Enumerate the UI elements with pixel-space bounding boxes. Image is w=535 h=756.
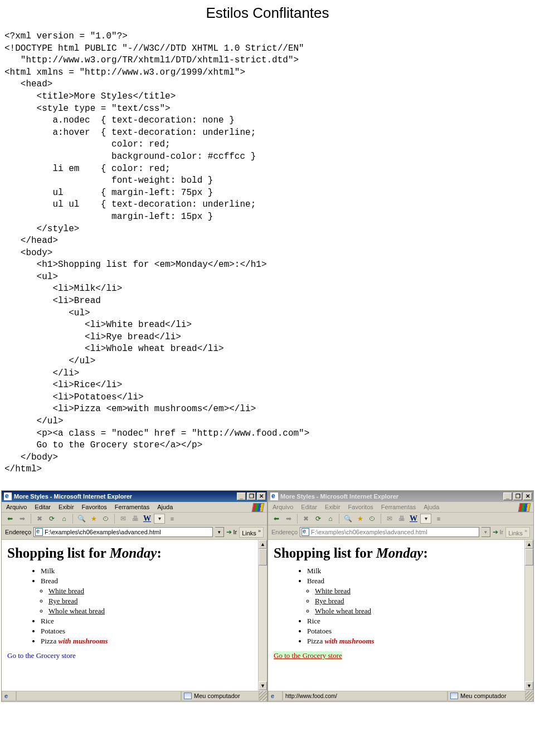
minimize-button[interactable]: _: [237, 492, 246, 500]
scroll-down-button[interactable]: ▼: [259, 681, 267, 690]
address-label: Endereço: [271, 529, 298, 535]
discuss-icon[interactable]: ≡: [434, 514, 444, 524]
address-dropdown[interactable]: ▾: [215, 527, 224, 537]
toolbar: ⬅ ➡ ✖ ⟳ ⌂ 🔍 ★ ⏲ ✉ 🖶 W ▾ ≡: [268, 513, 533, 525]
scrollbar[interactable]: ▲ ▼: [258, 540, 267, 690]
toolbar-dropdown[interactable]: ▾: [420, 514, 431, 524]
windows-flag-icon: [252, 503, 265, 512]
toolbar-dropdown[interactable]: ▾: [154, 514, 165, 524]
scroll-up-button[interactable]: ▲: [525, 540, 533, 549]
menu-ajuda[interactable]: Ajuda: [424, 504, 439, 510]
favorites-button[interactable]: ★: [355, 514, 365, 524]
rendered-page: Shopping list for Monday: Milk Bread Whi…: [274, 545, 528, 660]
stop-button[interactable]: ✖: [301, 514, 311, 524]
links-button[interactable]: Links »: [505, 527, 530, 538]
list-item: Rice: [307, 617, 528, 626]
menu-exibir[interactable]: Exibir: [325, 504, 341, 510]
scroll-thumb[interactable]: [259, 549, 267, 565]
toolbar: ⬅ ➡ ✖ ⟳ ⌂ 🔍 ★ ⏲ ✉ 🖶 W ▾ ≡: [2, 513, 267, 525]
menubar: Arquivo Editar Exibir Favoritos Ferramen…: [268, 502, 533, 513]
rendered-sublist: White bread Rye bread Whole wheat bread: [307, 587, 528, 616]
status-ie-icon: [268, 691, 283, 701]
maximize-button[interactable]: ❐: [247, 492, 256, 500]
scroll-up-button[interactable]: ▲: [259, 540, 267, 549]
stop-button[interactable]: ✖: [35, 514, 45, 524]
titlebar: More Styles - Microsoft Internet Explore…: [268, 491, 533, 502]
scroll-down-button[interactable]: ▼: [525, 681, 533, 690]
back-button[interactable]: ⬅: [5, 514, 15, 524]
menu-ajuda[interactable]: Ajuda: [157, 504, 173, 510]
search-button[interactable]: 🔍: [343, 514, 353, 524]
rendered-heading: Shopping list for Monday:: [7, 545, 261, 561]
history-button[interactable]: ⏲: [101, 514, 111, 524]
status-url: http://www.food.com/: [283, 691, 448, 701]
address-dropdown[interactable]: ▾: [481, 527, 490, 537]
discuss-icon[interactable]: ≡: [167, 514, 177, 524]
status-zone: Meu computador: [448, 691, 526, 701]
window-title: More Styles - Microsoft Internet Explore…: [280, 493, 398, 500]
grocery-link-hover[interactable]: Go to the Grocery store: [274, 651, 342, 660]
computer-icon: [184, 692, 192, 699]
refresh-button[interactable]: ⟳: [313, 514, 323, 524]
window-buttons: _ ❐ ✕: [503, 492, 532, 500]
resize-grip[interactable]: [526, 691, 533, 701]
list-item: Pizza with mushrooms: [41, 637, 261, 646]
go-arrow-icon: ➔: [493, 528, 498, 536]
word-icon[interactable]: W: [143, 514, 152, 524]
menu-arquivo[interactable]: Arquivo: [273, 504, 293, 510]
status-zone: Meu computador: [181, 691, 259, 701]
go-button[interactable]: ➔Ir: [226, 528, 237, 536]
menu-favoritos[interactable]: Favoritos: [82, 504, 107, 510]
list-item: Potatoes: [307, 627, 528, 636]
forward-button[interactable]: ➡: [284, 514, 294, 524]
browser-left: More Styles - Microsoft Internet Explore…: [1, 490, 268, 702]
close-button[interactable]: ✕: [257, 492, 266, 500]
content-area: Shopping list for Monday: Milk Bread Whi…: [268, 540, 533, 690]
home-button[interactable]: ⌂: [325, 514, 335, 524]
forward-button[interactable]: ➡: [17, 514, 27, 524]
print-button[interactable]: 🖶: [130, 514, 140, 524]
menu-exibir[interactable]: Exibir: [59, 504, 74, 510]
print-button[interactable]: 🖶: [397, 514, 407, 524]
code-listing: <?xml version = "1.0"?> <!DOCTYPE html P…: [0, 31, 535, 480]
maximize-button[interactable]: ❐: [513, 492, 522, 500]
menu-editar[interactable]: Editar: [35, 504, 51, 510]
close-button[interactable]: ✕: [523, 492, 532, 500]
window-title: More Styles - Microsoft Internet Explore…: [14, 493, 132, 500]
resize-grip[interactable]: [259, 691, 267, 701]
menu-editar[interactable]: Editar: [301, 504, 317, 510]
word-icon[interactable]: W: [409, 514, 418, 524]
page-icon: [301, 528, 309, 536]
menu-ferramentas[interactable]: Ferramentas: [381, 504, 416, 510]
address-text: F:\examples\ch06examples\advanced.html: [311, 529, 427, 535]
address-label: Endereço: [5, 529, 31, 535]
refresh-button[interactable]: ⟳: [47, 514, 57, 524]
search-button[interactable]: 🔍: [76, 514, 86, 524]
scroll-thumb[interactable]: [525, 549, 533, 565]
links-button[interactable]: Links »: [239, 527, 264, 538]
menu-arquivo[interactable]: Arquivo: [6, 504, 27, 510]
go-button[interactable]: ➔Ir: [493, 528, 503, 536]
grocery-link[interactable]: Go to the Grocery store: [7, 651, 76, 660]
history-button[interactable]: ⏲: [367, 514, 377, 524]
address-field[interactable]: F:\examples\ch06examples\advanced.html: [33, 527, 213, 537]
mail-button[interactable]: ✉: [385, 514, 395, 524]
menu-favoritos[interactable]: Favoritos: [348, 504, 373, 510]
list-item: Whole wheat bread: [48, 607, 261, 616]
addressbar: Endereço F:\examples\ch06examples\advanc…: [268, 525, 533, 540]
list-item: Milk: [307, 567, 528, 575]
scrollbar[interactable]: ▲ ▼: [524, 540, 533, 690]
favorites-button[interactable]: ★: [89, 514, 99, 524]
address-field[interactable]: F:\examples\ch06examples\advanced.html: [300, 527, 479, 537]
status-empty: [16, 691, 181, 701]
back-button[interactable]: ⬅: [271, 514, 281, 524]
ie-icon: [4, 492, 12, 500]
home-button[interactable]: ⌂: [59, 514, 69, 524]
mail-button[interactable]: ✉: [118, 514, 128, 524]
browser-row: More Styles - Microsoft Internet Explore…: [0, 489, 535, 703]
ie-icon: [270, 492, 278, 500]
minimize-button[interactable]: _: [503, 492, 512, 500]
menu-ferramentas[interactable]: Ferramentas: [115, 504, 149, 510]
list-item: Rye bread: [315, 597, 528, 606]
statusbar: http://www.food.com/ Meu computador: [268, 690, 533, 701]
